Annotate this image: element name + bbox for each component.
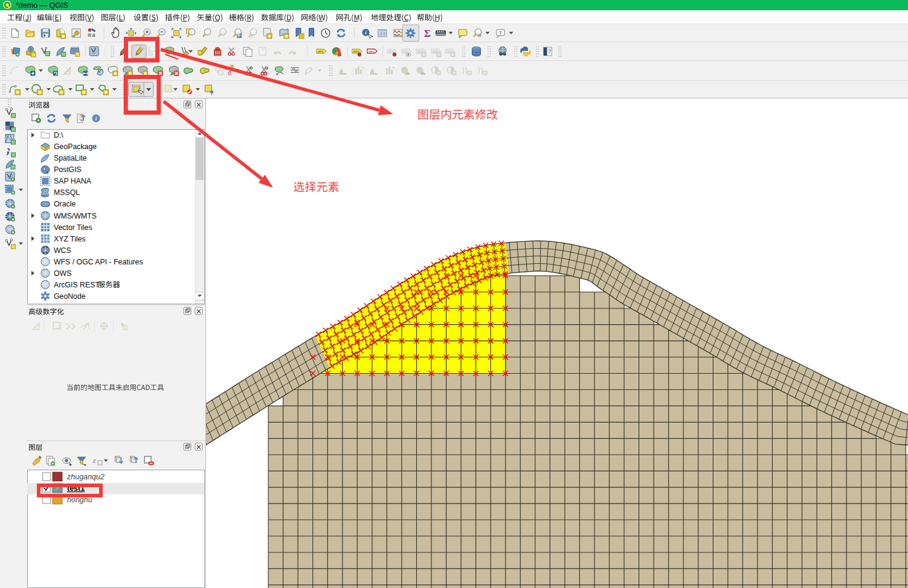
svg-text:Vector Tiles: Vector Tiles	[54, 223, 92, 231]
svg-text:SAP HANA: SAP HANA	[54, 177, 92, 185]
svg-text:GeoPackage: GeoPackage	[54, 142, 97, 151]
svg-text:Σ: Σ	[424, 27, 431, 39]
svg-text:abc: abc	[353, 50, 359, 53]
svg-text:T: T	[499, 30, 502, 35]
svg-text:XYZ Tiles: XYZ Tiles	[54, 234, 86, 243]
svg-text:ArcGIS REST: ArcGIS REST	[54, 280, 100, 289]
svg-text:1:1: 1:1	[221, 30, 225, 34]
svg-text:D:\: D:\	[54, 131, 63, 139]
svg-text:MSSQL: MSSQL	[54, 188, 80, 197]
svg-text:SpatiaLite: SpatiaLite	[54, 154, 87, 162]
svg-text:Oracle: Oracle	[54, 200, 76, 208]
svg-text:ε: ε	[93, 456, 96, 465]
svg-text:WMS/WMTS: WMS/WMTS	[54, 211, 97, 220]
svg-text:WFS / OGC API - Features: WFS / OGC API - Features	[54, 257, 143, 266]
svg-text:PostGIS: PostGIS	[54, 165, 82, 174]
svg-text:abc: abc	[388, 50, 394, 53]
svg-text:OWS: OWS	[54, 269, 71, 277]
svg-text:abc: abc	[318, 50, 324, 53]
svg-text:honghu: honghu	[67, 496, 92, 504]
svg-text:zhuganqu2: zhuganqu2	[66, 473, 105, 481]
svg-text:GeoNode: GeoNode	[54, 292, 86, 300]
svg-text:?: ?	[548, 48, 551, 54]
svg-text:a: a	[92, 31, 95, 37]
svg-text:WCS: WCS	[54, 246, 71, 254]
svg-text:abc: abc	[369, 50, 375, 53]
svg-text:test1: test1	[67, 484, 85, 493]
svg-text:*demo — QGIS: *demo — QGIS	[16, 1, 68, 10]
